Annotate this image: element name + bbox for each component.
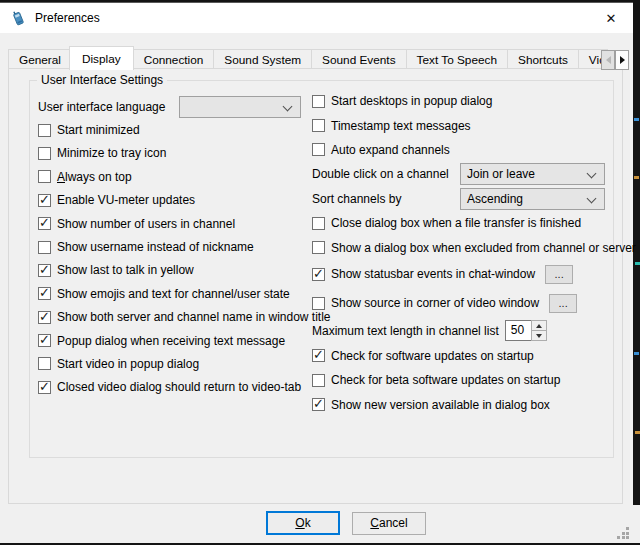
double-click-value: Join or leave: [467, 167, 535, 181]
tab-scroll-buttons: [601, 50, 629, 70]
tab-connection[interactable]: Connection: [133, 49, 215, 70]
checkbox: ✓: [38, 381, 51, 394]
checkbox-row-popup-text-message[interactable]: ✓ Popup dialog when receiving text messa…: [38, 329, 312, 352]
sort-channels-label: Sort channels by: [312, 192, 460, 206]
checkbox-row-show-user-count[interactable]: ✓ Show number of users in channel: [38, 212, 312, 235]
checkbox-row-beta-updates[interactable]: Check for beta software updates on start…: [312, 368, 614, 392]
checkbox: [312, 95, 325, 108]
sort-channels-dropdown[interactable]: Ascending: [460, 188, 605, 210]
resize-grip[interactable]: [617, 527, 630, 540]
checkbox: [312, 241, 325, 254]
tab-bar: General Display Connection Sound System …: [8, 44, 629, 70]
tab-scroll-left-button[interactable]: [601, 50, 615, 70]
tab-sound-events[interactable]: Sound Events: [311, 49, 406, 70]
chevron-down-icon: [587, 169, 597, 179]
checkbox: ✓: [312, 349, 325, 362]
checkbox-row-close-on-transfer[interactable]: Close dialog box when a file transfer is…: [312, 211, 614, 235]
sort-channels-row: Sort channels by Ascending: [312, 187, 614, 211]
spinner-up-button[interactable]: [532, 321, 546, 331]
checkbox: [38, 357, 51, 370]
checkbox: [312, 374, 325, 387]
double-click-label: Double click on a channel: [312, 167, 460, 181]
tab-sound-system[interactable]: Sound System: [213, 49, 312, 70]
button-row: Ok Cancel: [0, 511, 633, 539]
checkbox-row-start-minimized[interactable]: Start minimized: [38, 118, 312, 141]
language-row: User interface language: [38, 95, 312, 118]
checkbox-row-video-popup[interactable]: Start video in popup dialog: [38, 352, 312, 375]
cancel-button[interactable]: Cancel: [352, 512, 426, 535]
tab-shortcuts[interactable]: Shortcuts: [507, 49, 579, 70]
checkbox-row-timestamp[interactable]: Timestamp text messages: [312, 113, 614, 137]
checkbox: ✓: [38, 217, 51, 230]
tab-text-to-speech[interactable]: Text To Speech: [406, 49, 508, 70]
tab-scroll-right-button[interactable]: [615, 50, 629, 70]
preferences-window: Preferences ✕ General Display Connection…: [0, 2, 633, 543]
spinner-down-button[interactable]: [532, 331, 546, 340]
app-icon: [10, 10, 26, 26]
double-click-row: Double click on a channel Join or leave: [312, 162, 614, 186]
checkbox: ✓: [38, 311, 51, 324]
checkbox-row-window-title[interactable]: ✓ Show both server and channel name in w…: [38, 306, 312, 329]
checkbox: [312, 119, 325, 132]
checkbox-row-new-version-dialog[interactable]: ✓ Show new version available in dialog b…: [312, 393, 614, 417]
arrow-left-icon: [606, 56, 611, 64]
arrow-down-icon: [536, 334, 542, 338]
arrow-up-icon: [536, 324, 542, 328]
chevron-down-icon: [283, 101, 293, 111]
max-text-length-label: Maximum text length in channel list: [312, 324, 499, 338]
checkbox-row-vu-meter[interactable]: ✓ Enable VU-meter updates: [38, 189, 312, 212]
checkbox-row-last-to-talk[interactable]: ✓ Show last to talk in yellow: [38, 259, 312, 282]
user-interface-settings-group: User Interface Settings User interface l…: [29, 80, 614, 458]
checkbox-row-software-updates[interactable]: ✓ Check for software updates on startup: [312, 344, 614, 368]
language-dropdown[interactable]: [179, 96, 301, 118]
checkbox: [312, 297, 325, 310]
checkbox-row-start-desktops[interactable]: Start desktops in popup dialog: [312, 89, 614, 113]
checkbox-row-closed-video-return[interactable]: ✓ Closed video dialog should return to v…: [38, 376, 312, 399]
tab-general[interactable]: General: [8, 49, 72, 70]
statusbar-events-options-button[interactable]: ...: [545, 265, 573, 284]
checkbox: [38, 170, 51, 183]
checkbox: ✓: [38, 287, 51, 300]
close-icon: ✕: [606, 11, 617, 26]
group-title: User Interface Settings: [37, 73, 167, 87]
checkbox: [38, 147, 51, 160]
left-column: User interface language Start minimized …: [38, 95, 312, 399]
language-label: User interface language: [38, 100, 177, 114]
checkbox: ✓: [312, 398, 325, 411]
checkbox-row-auto-expand[interactable]: Auto expand channels: [312, 138, 614, 162]
checkbox-row-emojis[interactable]: ✓ Show emojis and text for channel/user …: [38, 282, 312, 305]
statusbar-events-row[interactable]: ✓ Show statusbar events in chat-window .…: [312, 260, 614, 289]
ok-button[interactable]: Ok: [266, 511, 340, 535]
checkbox-row-excluded-dialog[interactable]: Show a dialog box when excluded from cha…: [312, 235, 614, 259]
checkbox-row-show-username[interactable]: Show username instead of nickname: [38, 235, 312, 258]
video-source-corner-row[interactable]: Show source in corner of video window ..…: [312, 289, 614, 318]
checkbox: [38, 241, 51, 254]
checkbox: ✓: [38, 264, 51, 277]
video-source-options-button[interactable]: ...: [549, 294, 577, 313]
titlebar[interactable]: Preferences ✕: [0, 3, 633, 33]
checkbox: ✓: [38, 194, 51, 207]
checkbox: [312, 217, 325, 230]
window-title: Preferences: [35, 11, 100, 25]
max-text-length-spinner: 50: [505, 320, 547, 341]
sort-channels-value: Ascending: [467, 192, 523, 206]
checkbox-row-minimize-to-tray[interactable]: Minimize to tray icon: [38, 142, 312, 165]
checkbox: ✓: [312, 268, 325, 281]
max-text-length-row: Maximum text length in channel list 50: [312, 318, 614, 344]
checkbox: [38, 124, 51, 137]
close-button[interactable]: ✕: [594, 3, 628, 33]
desktop-patch: [633, 505, 640, 543]
max-text-length-input[interactable]: 50: [505, 320, 531, 341]
display-tab-page: User Interface Settings User interface l…: [8, 68, 623, 504]
tab-strip: General Display Connection Sound System …: [8, 45, 608, 70]
checkbox-row-always-on-top[interactable]: Always on top: [38, 165, 312, 188]
right-column: Start desktops in popup dialog Timestamp…: [312, 89, 614, 417]
checkbox: ✓: [38, 334, 51, 347]
arrow-right-icon: [620, 56, 625, 64]
double-click-dropdown[interactable]: Join or leave: [460, 163, 605, 185]
tab-display[interactable]: Display: [69, 46, 134, 70]
checkbox: [312, 143, 325, 156]
chevron-down-icon: [587, 193, 597, 203]
